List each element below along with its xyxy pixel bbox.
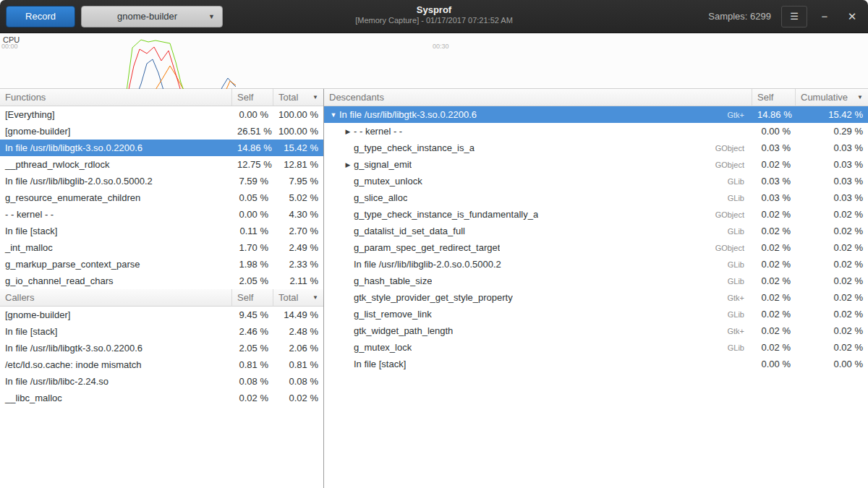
tree-row[interactable]: g_type_check_instance_is_aGObject0.03 %0…	[324, 140, 868, 156]
close-button[interactable]: ✕	[842, 6, 862, 27]
tree-name-cell: g_datalist_id_set_data_fullGLib	[324, 226, 752, 236]
function-name: gtk_style_provider_get_style_property	[354, 292, 513, 303]
tree-row[interactable]: ▶- - kernel - -0.00 %0.29 %	[324, 123, 868, 140]
self-percent: 0.02 %	[752, 242, 796, 253]
tree-name-cell: In file [stack]	[324, 359, 752, 369]
menu-button[interactable]: ☰	[781, 6, 807, 27]
table-row[interactable]: [Everything]0.00 %100.00 %	[0, 106, 323, 123]
tree-row[interactable]: g_hash_table_sizeGLib0.02 %0.02 %	[324, 273, 868, 289]
table-row[interactable]: g_io_channel_read_chars2.05 %2.11 %	[0, 273, 323, 289]
tree-row[interactable]: In file /usr/lib/libglib-2.0.so.0.5000.2…	[324, 256, 868, 273]
minimize-button[interactable]: −	[814, 6, 835, 27]
column-header-total[interactable]: Total ▼	[273, 89, 323, 106]
self-percent: 0.02 %	[752, 342, 796, 353]
tree-row[interactable]: gtk_style_provider_get_style_propertyGtk…	[324, 289, 868, 306]
table-row[interactable]: In file /usr/lib/libgtk-3.so.0.2200.614.…	[0, 140, 323, 156]
function-name: g_markup_parse_context_parse	[0, 259, 232, 270]
column-header-self[interactable]: Self	[232, 289, 273, 306]
column-header-descendants[interactable]: Descendants	[324, 89, 752, 106]
column-header-callers[interactable]: Callers	[0, 289, 232, 306]
table-row[interactable]: __libc_malloc0.02 %0.02 %	[0, 390, 323, 406]
self-percent: 2.05 %	[232, 275, 273, 286]
self-percent: 14.86 %	[232, 142, 273, 153]
function-name: /etc/ld.so.cache: inode mismatch	[0, 359, 232, 370]
table-row[interactable]: [gnome-builder]9.45 %14.49 %	[0, 307, 323, 323]
self-percent: 0.05 %	[232, 192, 273, 203]
library-tag: Gtk+	[727, 327, 747, 335]
tree-row[interactable]: g_param_spec_get_redirect_targetGObject0…	[324, 239, 868, 256]
chevron-down-icon: ▼	[208, 13, 215, 20]
sort-indicator-icon: ▼	[312, 294, 318, 301]
library-tag: GLib	[728, 194, 747, 202]
function-name: In file /usr/lib/libgtk-3.so.0.2200.6	[0, 343, 232, 354]
function-name: __libc_malloc	[0, 393, 232, 403]
self-percent: 0.81 %	[232, 359, 273, 370]
cumulative-percent: 0.02 %	[796, 275, 868, 286]
cpu-timeline[interactable]: CPU 00:00 00:30	[0, 33, 868, 89]
table-row[interactable]: In file [stack]0.11 %2.70 %	[0, 223, 323, 239]
table-row[interactable]: - - kernel - -0.00 %4.30 %	[0, 206, 323, 223]
tree-name-cell: g_hash_table_sizeGLib	[324, 275, 752, 286]
self-percent: 0.00 %	[232, 209, 273, 220]
cumulative-percent: 0.03 %	[796, 176, 868, 187]
cumulative-percent: 0.03 %	[796, 142, 868, 153]
table-row[interactable]: In file [stack]2.46 %2.48 %	[0, 323, 323, 340]
column-header-total[interactable]: Total ▼	[273, 289, 323, 306]
total-percent: 2.49 %	[273, 242, 323, 253]
tree-row[interactable]: In file [stack]0.00 %0.00 %	[324, 356, 868, 372]
table-row[interactable]: [gnome-builder]26.51 %100.00 %	[0, 123, 323, 140]
column-header-self[interactable]: Self	[752, 89, 796, 106]
function-name: g_type_check_instance_is_a	[354, 142, 475, 153]
column-header-cumulative[interactable]: Cumulative ▼	[796, 89, 868, 106]
tree-row[interactable]: gtk_widget_path_lengthGtk+0.02 %0.02 %	[324, 322, 868, 339]
right-panel: Descendants Self Cumulative ▼ ▼In file /…	[324, 89, 868, 488]
column-header-functions[interactable]: Functions	[0, 89, 232, 106]
expander-closed-icon[interactable]: ▶	[342, 128, 354, 135]
tree-row[interactable]: g_datalist_id_set_data_fullGLib0.02 %0.0…	[324, 223, 868, 239]
self-percent: 0.02 %	[752, 309, 796, 320]
tree-name-cell: g_type_check_instance_is_fundamentally_a…	[324, 209, 752, 220]
self-percent: 0.03 %	[752, 176, 796, 187]
table-row[interactable]: g_resource_enumerate_children0.05 %5.02 …	[0, 189, 323, 206]
expander-open-icon[interactable]: ▼	[328, 111, 339, 119]
left-panel: Functions Self Total ▼ [Everything]0.00 …	[0, 89, 324, 488]
total-percent: 2.11 %	[273, 275, 323, 286]
table-row[interactable]: __pthread_rwlock_rdlock12.75 %12.81 %	[0, 156, 323, 173]
self-percent: 0.02 %	[752, 325, 796, 336]
record-button[interactable]: Record	[6, 6, 75, 27]
function-name: In file [stack]	[354, 359, 406, 369]
sort-indicator-icon: ▼	[312, 94, 318, 100]
left-panel-filler	[0, 406, 323, 488]
column-header-self[interactable]: Self	[232, 89, 273, 106]
tree-row[interactable]: g_slice_allocGLib0.03 %0.03 %	[324, 189, 868, 206]
table-row[interactable]: /etc/ld.so.cache: inode mismatch0.81 %0.…	[0, 356, 323, 373]
table-row[interactable]: g_markup_parse_context_parse1.98 %2.33 %	[0, 256, 323, 273]
self-percent: 7.59 %	[232, 176, 273, 187]
library-tag: Gtk+	[727, 111, 747, 119]
library-tag: GLib	[728, 227, 747, 236]
function-name: g_type_check_instance_is_fundamentally_a	[354, 209, 538, 220]
tree-row[interactable]: g_mutex_lockGLib0.02 %0.02 %	[324, 339, 868, 356]
expander-closed-icon[interactable]: ▶	[342, 161, 354, 168]
samples-count: Samples: 6299	[708, 11, 771, 22]
total-percent: 15.42 %	[273, 142, 323, 153]
function-name: g_mutex_unlock	[354, 176, 422, 187]
tree-name-cell: g_list_remove_linkGLib	[324, 309, 752, 320]
table-row[interactable]: In file /usr/lib/libc-2.24.so0.08 %0.08 …	[0, 373, 323, 390]
table-row[interactable]: In file /usr/lib/libgtk-3.so.0.2200.62.0…	[0, 340, 323, 356]
tree-row[interactable]: g_mutex_unlockGLib0.03 %0.03 %	[324, 173, 868, 189]
function-name: [Everything]	[0, 109, 232, 120]
tree-row[interactable]: ▼In file /usr/lib/libgtk-3.so.0.2200.6Gt…	[324, 106, 868, 123]
tree-row[interactable]: g_list_remove_linkGLib0.02 %0.02 %	[324, 306, 868, 322]
cumulative-percent: 0.02 %	[796, 242, 868, 253]
table-row[interactable]: _int_malloc1.70 %2.49 %	[0, 239, 323, 256]
process-selector-dropdown[interactable]: gnome-builder ▼	[81, 6, 223, 27]
library-tag: GObject	[715, 144, 747, 153]
function-name: In file /usr/lib/libgtk-3.so.0.2200.6	[0, 142, 232, 153]
self-percent: 0.00 %	[232, 109, 273, 120]
table-row[interactable]: In file /usr/lib/libglib-2.0.so.0.5000.2…	[0, 173, 323, 189]
self-percent: 26.51 %	[232, 126, 273, 137]
tree-row[interactable]: ▶g_signal_emitGObject0.02 %0.03 %	[324, 156, 868, 173]
tree-row[interactable]: g_type_check_instance_is_fundamentally_a…	[324, 206, 868, 223]
tree-name-cell: gtk_style_provider_get_style_propertyGtk…	[324, 292, 752, 303]
